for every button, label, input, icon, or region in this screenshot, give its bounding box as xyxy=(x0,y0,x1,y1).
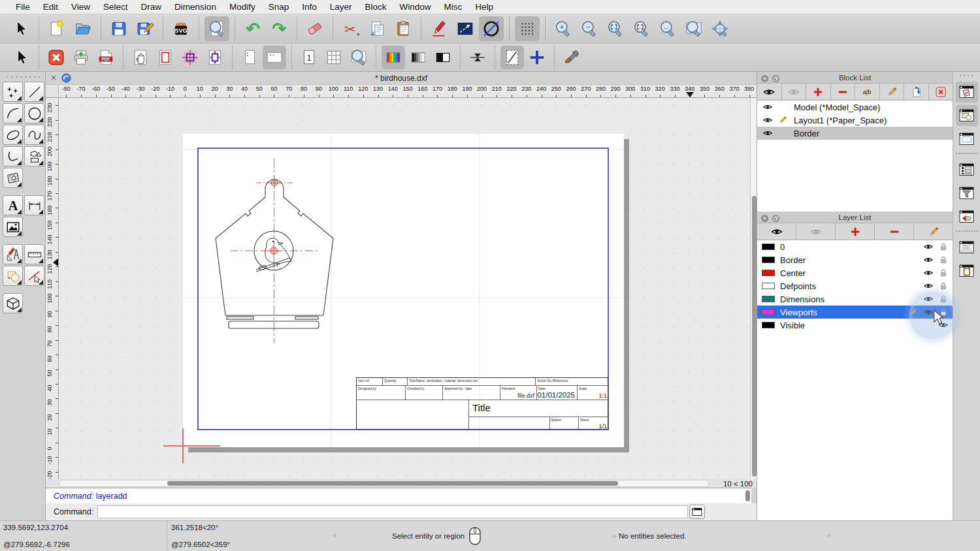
eye-icon[interactable] xyxy=(923,268,934,278)
lock-icon[interactable] xyxy=(938,281,949,291)
layer-plus-red-button[interactable] xyxy=(836,223,875,240)
eye-icon[interactable] xyxy=(761,102,774,112)
arc-tool-button[interactable] xyxy=(3,103,23,123)
horizontal-scrollbar[interactable] xyxy=(59,480,709,487)
layer-row-viewports[interactable]: Viewports xyxy=(757,306,953,319)
zoom-pan-button[interactable] xyxy=(708,16,732,41)
order-tool-button[interactable] xyxy=(3,266,23,286)
block-row-model[interactable]: Model (*Model_Space) xyxy=(757,101,953,114)
redo-button[interactable]: ↷ xyxy=(267,16,291,41)
zoom-out-button[interactable]: − xyxy=(577,16,602,41)
page-single-button[interactable]: 1 xyxy=(297,46,321,69)
polyline-tool-button[interactable] xyxy=(3,146,23,166)
layer-list-float-icon[interactable] xyxy=(772,213,780,222)
select-entity-tool-button[interactable] xyxy=(24,266,44,286)
svg-export-button[interactable]: SVG xyxy=(169,16,193,41)
print-preview-button[interactable] xyxy=(204,16,229,41)
block-insert-block-button[interactable] xyxy=(904,84,929,100)
drawing-canvas[interactable]: Item ref Quantity Title/Name, destinatio… xyxy=(59,98,750,479)
block-row-border[interactable]: Border xyxy=(757,127,953,140)
block-minus-red-button[interactable] xyxy=(831,84,856,100)
layer-row-dimensions[interactable]: Dimensions xyxy=(757,292,953,306)
layer-minus-red-button[interactable] xyxy=(875,223,914,240)
pencil-edit-icon[interactable] xyxy=(907,307,919,317)
palette-drag-handle[interactable] xyxy=(4,73,41,78)
menu-block[interactable]: Block xyxy=(359,2,393,12)
command-input[interactable] xyxy=(97,505,688,518)
dock-block-toggle-button[interactable] xyxy=(956,82,978,102)
menu-help[interactable]: Help xyxy=(468,2,500,12)
document-close-icon[interactable]: × xyxy=(51,72,56,83)
eye-icon[interactable] xyxy=(923,307,934,317)
eye-icon[interactable] xyxy=(761,128,774,138)
block-eye-button[interactable] xyxy=(757,84,782,100)
dock-entity-toggle-button[interactable] xyxy=(956,159,978,180)
color-mode-button[interactable] xyxy=(382,46,405,69)
construction-button[interactable] xyxy=(479,16,504,41)
layer-row-visible[interactable]: Visible xyxy=(757,319,953,332)
eye-icon[interactable] xyxy=(938,320,949,330)
pointer-button[interactable] xyxy=(8,16,33,41)
pan-hand-button[interactable] xyxy=(129,46,152,69)
bw-mode-button[interactable] xyxy=(431,46,455,69)
dock-quick-toggle-button[interactable] xyxy=(956,206,978,227)
pointer-button[interactable] xyxy=(10,46,33,69)
menu-misc[interactable]: Misc xyxy=(438,2,469,12)
crosshair-blue-button[interactable] xyxy=(525,46,549,69)
lock-icon[interactable] xyxy=(938,307,949,317)
file-new-button[interactable] xyxy=(44,16,69,41)
zoom-auto-button[interactable] xyxy=(603,16,628,41)
dock-drag-handle[interactable] xyxy=(958,74,975,78)
pencil-red-button[interactable] xyxy=(427,16,451,41)
command-history-scrollbar[interactable] xyxy=(745,490,750,501)
scale-viewport-button[interactable] xyxy=(203,46,227,69)
horizontal-scrollbar-thumb[interactable] xyxy=(167,481,618,486)
layer-eye-off-button[interactable] xyxy=(796,223,836,240)
eye-icon[interactable] xyxy=(923,294,934,304)
modify-tool-button[interactable] xyxy=(3,244,23,264)
vrefresh-button[interactable] xyxy=(466,46,489,69)
polygon-tool-button[interactable] xyxy=(24,146,44,166)
layer-eye-button[interactable] xyxy=(757,223,796,240)
image-tool-tool-button[interactable] xyxy=(3,217,23,237)
close-doc-button[interactable] xyxy=(44,46,68,69)
page-multi-button[interactable] xyxy=(322,46,346,69)
menu-snap[interactable]: Snap xyxy=(262,2,296,12)
layer-row-defpoints[interactable]: Defpoints xyxy=(757,279,953,292)
menu-modify[interactable]: Modify xyxy=(223,2,262,12)
dock-layer-toggle-button[interactable] xyxy=(956,105,978,126)
menu-layer[interactable]: Layer xyxy=(323,2,359,12)
eraser-button[interactable] xyxy=(302,16,327,41)
undo-button[interactable]: ↶ xyxy=(240,16,265,41)
paste-button[interactable] xyxy=(391,16,416,41)
text-tool-tool-button[interactable]: A xyxy=(3,195,23,215)
dock-filter-toggle-button[interactable] xyxy=(956,183,978,204)
pdf-button[interactable]: PDF xyxy=(94,46,118,69)
zoom-window-button[interactable] xyxy=(681,16,706,41)
settings-button[interactable] xyxy=(560,46,583,69)
page-landscape-button[interactable] xyxy=(263,46,286,69)
ellipse-tool-button[interactable] xyxy=(3,125,23,145)
lock-icon[interactable] xyxy=(938,255,949,265)
layer-row-center[interactable]: Center xyxy=(757,266,953,279)
zoom-prev-button[interactable]: ← xyxy=(655,16,680,41)
block-row-layout1[interactable]: Layout1 (*Paper_Space) xyxy=(757,114,953,127)
save-button[interactable] xyxy=(106,16,131,41)
points-tool-button[interactable] xyxy=(3,82,23,102)
menu-draw[interactable]: Draw xyxy=(135,2,169,12)
eye-icon[interactable] xyxy=(923,255,934,265)
cut-button[interactable]: ✂+ xyxy=(338,16,363,41)
eye-icon[interactable] xyxy=(923,242,934,252)
zoom-select-button[interactable] xyxy=(629,16,654,41)
copy-button[interactable]: + xyxy=(365,16,389,41)
block-list-close-icon[interactable] xyxy=(760,74,769,82)
lock-icon[interactable] xyxy=(938,242,949,252)
vertical-scrollbar[interactable] xyxy=(750,98,757,479)
select-rect-button[interactable] xyxy=(453,16,478,41)
print-button[interactable] xyxy=(69,46,93,69)
command-options-button[interactable] xyxy=(689,505,705,519)
page-portrait-button[interactable] xyxy=(238,46,261,69)
grid-button[interactable] xyxy=(515,16,540,41)
draft-mode-button[interactable] xyxy=(500,46,524,69)
block-list-float-icon[interactable] xyxy=(772,74,780,82)
